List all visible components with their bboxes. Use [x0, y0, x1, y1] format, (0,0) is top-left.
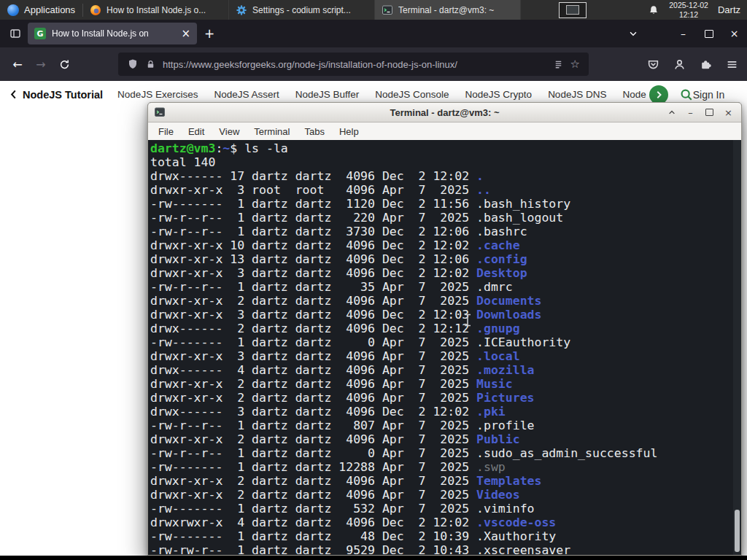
- terminal-line: drwxr-xr-x 2 dartz dartz 4096 Apr 7 2025…: [150, 294, 731, 308]
- site-nav-back-link[interactable]: NodeJS Tutorial: [9, 89, 103, 101]
- menu-view[interactable]: View: [212, 125, 247, 139]
- pocket-icon[interactable]: [647, 58, 659, 71]
- terminal-line: drwxr-xr-x 2 dartz dartz 4096 Apr 7 2025…: [150, 488, 731, 502]
- taskbar-item-label: Terminal - dartz@vm3: ~: [398, 5, 514, 15]
- site-search-button[interactable]: [680, 88, 693, 101]
- user-menu[interactable]: Dartz: [718, 4, 740, 15]
- list-all-tabs-button[interactable]: [622, 23, 644, 44]
- reload-icon: [59, 59, 70, 70]
- reader-view-icon[interactable]: [553, 59, 564, 70]
- svg-text:G: G: [36, 29, 43, 39]
- tab-bar: G How to Install Node.js on × + – ×: [0, 20, 747, 47]
- chevron-right-icon: [654, 90, 663, 100]
- site-nav-link[interactable]: NodeJS Buffer: [295, 89, 360, 100]
- terminal-window-title: Terminal - dartz@vm3: ~: [148, 107, 741, 118]
- menu-edit[interactable]: Edit: [181, 125, 212, 139]
- applications-menu[interactable]: Applications: [0, 0, 82, 20]
- site-nav-links: NodeJS Exercises NodeJS Assert NodeJS Bu…: [117, 89, 646, 100]
- window-maximize-button[interactable]: [696, 20, 721, 47]
- terminal-line: -rw-r--r-- 1 dartz dartz 0 Apr 7 2025 .s…: [150, 446, 731, 460]
- terminal-icon: [382, 4, 393, 16]
- terminal-line: -rw-r--r-- 1 dartz dartz 220 Apr 7 2025 …: [150, 211, 731, 225]
- maximize-icon: [705, 30, 713, 38]
- chevron-down-icon: [628, 28, 638, 39]
- panel-tray: 2025-12-02 12:12 Dartz: [648, 1, 747, 19]
- terminal-line: drwxr-xr-x 3 dartz dartz 4096 Dec 2 12:0…: [150, 308, 731, 322]
- taskbar-item-label: How to Install Node.js o...: [107, 5, 222, 15]
- taskbar-item-settings[interactable]: Settings - codium script...: [229, 0, 375, 20]
- tab-title: How to Install Node.js on: [52, 28, 175, 39]
- menu-terminal[interactable]: Terminal: [247, 125, 297, 139]
- taskbar-item-label: Settings - codium script...: [252, 5, 368, 15]
- url-text: https://www.geeksforgeeks.org/node-js/in…: [163, 59, 546, 70]
- terminal-output[interactable]: dartz@vm3:~$ ls -latotal 140drwx------ 1…: [148, 140, 741, 555]
- taskbar-item-terminal[interactable]: Terminal - dartz@vm3: ~: [375, 0, 521, 20]
- terminal-close-button[interactable]: ×: [721, 106, 735, 120]
- terminal-line: drwxr-xr-x 2 dartz dartz 4096 Apr 7 2025…: [150, 432, 731, 446]
- terminal-line: -rw-r--r-- 1 dartz dartz 3730 Dec 2 12:0…: [150, 225, 731, 238]
- site-nav-link[interactable]: NodeJS Crypto: [465, 89, 533, 100]
- browser-tab[interactable]: G How to Install Node.js on ×: [28, 23, 197, 44]
- maximize-icon: [705, 109, 713, 116]
- terminal-line: -rw------- 1 dartz dartz 532 Apr 7 2025 …: [150, 502, 731, 516]
- site-nav-back-label: NodeJS Tutorial: [23, 89, 103, 101]
- new-tab-button[interactable]: +: [200, 24, 219, 43]
- menu-tabs[interactable]: Tabs: [297, 125, 331, 139]
- sign-in-button[interactable]: Sign In: [693, 89, 746, 101]
- site-nav-link[interactable]: Node: [622, 89, 646, 100]
- site-nav-link[interactable]: NodeJS Console: [375, 89, 449, 100]
- bookmark-star-icon[interactable]: ☆: [570, 58, 580, 71]
- extensions-puzzle-icon[interactable]: [700, 58, 712, 71]
- terminal-shade-button[interactable]: [665, 106, 678, 120]
- scrollbar-thumb[interactable]: [735, 510, 740, 552]
- terminal-line: drwx------ 4 dartz dartz 4096 Apr 7 2025…: [150, 363, 731, 377]
- menu-help[interactable]: Help: [332, 125, 366, 139]
- applications-icon: [7, 4, 19, 16]
- terminal-titlebar[interactable]: Terminal - dartz@vm3: ~ – ×: [148, 103, 741, 122]
- taskbar-item-firefox[interactable]: How to Install Node.js o...: [83, 0, 229, 20]
- window-minimize-button[interactable]: –: [670, 20, 696, 47]
- terminal-line: -rw------- 1 dartz dartz 1120 Dec 2 11:5…: [150, 197, 731, 211]
- geeksforgeeks-favicon: G: [34, 28, 46, 39]
- menu-file[interactable]: File: [151, 125, 181, 139]
- terminal-line: drwxr-xr-x 3 dartz dartz 4096 Dec 2 12:0…: [150, 266, 731, 280]
- site-nav-link[interactable]: NodeJS DNS: [548, 89, 606, 100]
- panel-clock[interactable]: 2025-12-02 12:12: [669, 1, 708, 19]
- terminal-line: -rw-r--r-- 1 dartz dartz 35 Apr 7 2025 .…: [150, 280, 731, 294]
- account-icon[interactable]: [673, 58, 686, 71]
- firefox-view-button[interactable]: [4, 23, 26, 44]
- back-button[interactable]: ←: [6, 52, 29, 76]
- terminal-line: drwxr-xr-x 2 dartz dartz 4096 Apr 7 2025…: [150, 391, 731, 405]
- window-controls: – ×: [670, 20, 747, 47]
- site-nav-link[interactable]: NodeJS Exercises: [117, 89, 198, 100]
- applications-label: Applications: [24, 4, 75, 15]
- pager-window-thumbnail: [566, 5, 579, 15]
- terminal-line: drwxrwxr-x 4 dartz dartz 4096 Dec 2 12:0…: [150, 516, 731, 529]
- window-close-button[interactable]: ×: [721, 20, 747, 47]
- workspace-pager[interactable]: [559, 2, 587, 18]
- site-nav-link[interactable]: NodeJS Assert: [214, 89, 279, 100]
- tracking-protection-shield-icon[interactable]: [127, 58, 139, 70]
- chevron-up-icon: [667, 108, 676, 117]
- terminal-minimize-button[interactable]: –: [684, 106, 697, 120]
- terminal-line: drwx------ 3 dartz dartz 4096 Dec 2 12:0…: [150, 405, 731, 419]
- site-nav-scroll-right-button[interactable]: [649, 85, 668, 104]
- terminal-line: drwx------ 17 dartz dartz 4096 Dec 2 12:…: [150, 169, 731, 183]
- clock-date: 2025-12-02: [669, 1, 708, 10]
- terminal-line: drwx------ 2 dartz dartz 4096 Dec 2 12:1…: [150, 322, 731, 335]
- reload-button[interactable]: [53, 52, 76, 76]
- menu-hamburger-icon[interactable]: [726, 58, 738, 71]
- settings-gear-icon: [236, 4, 247, 16]
- terminal-scrollbar[interactable]: [733, 140, 741, 555]
- terminal-menubar: File Edit View Terminal Tabs Help: [148, 122, 741, 141]
- lock-icon[interactable]: [145, 59, 156, 70]
- url-bar[interactable]: https://www.geeksforgeeks.org/node-js/in…: [118, 52, 589, 76]
- terminal-line: -rw------- 1 dartz dartz 12288 Apr 7 202…: [150, 460, 731, 474]
- forward-button[interactable]: →: [29, 52, 53, 76]
- terminal-window: Terminal - dartz@vm3: ~ – × File Edit Vi…: [147, 102, 742, 556]
- tab-close-button[interactable]: ×: [181, 27, 190, 40]
- terminal-line: drwxr-xr-x 2 dartz dartz 4096 Apr 7 2025…: [150, 474, 731, 488]
- terminal-line: total 140: [150, 155, 731, 169]
- terminal-maximize-button[interactable]: [703, 106, 716, 120]
- notification-bell-icon[interactable]: [648, 4, 659, 16]
